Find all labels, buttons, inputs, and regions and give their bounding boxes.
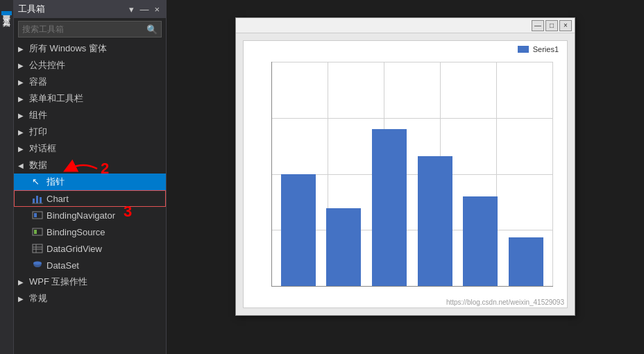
category-label: 所有 Windows 窗体 (29, 42, 107, 55)
item-label: 指针 (46, 176, 65, 188)
category-label: WPF 互操作性 (29, 276, 88, 288)
category-data[interactable]: ◀ 数据 (14, 157, 166, 174)
bar-1 (281, 174, 316, 287)
svg-rect-5 (34, 213, 37, 217)
item-label: BindingSource (46, 227, 105, 237)
bar-4 (418, 156, 452, 287)
item-label: BindingNavigator (46, 210, 115, 221)
toolbox-titlebar: 工具箱 ▾ — × (14, 0, 166, 18)
item-label: DataGridView (46, 244, 102, 254)
category-label: 对话框 (29, 142, 56, 155)
bar-5 (463, 196, 498, 287)
dataset-icon (32, 260, 43, 271)
category-common-controls[interactable]: ▶ 公共控件 (14, 57, 166, 74)
arrow-icon: ▶ (18, 95, 28, 103)
category-label: 常规 (29, 292, 47, 305)
binding-nav-icon (32, 210, 43, 221)
chart-legend: Series1 (244, 41, 567, 55)
watermark: https://blog.csdn.net/weixin_41529093 (446, 298, 564, 306)
category-label: 菜单和工具栏 (29, 92, 83, 105)
chart-area (244, 55, 567, 307)
legend-color-swatch (518, 46, 529, 53)
category-containers[interactable]: ▶ 容器 (14, 74, 166, 90)
category-all-windows[interactable]: ▶ 所有 Windows 窗体 (14, 40, 166, 57)
form-minimize-button[interactable]: — (532, 20, 544, 31)
category-menus[interactable]: ▶ 菜单和工具栏 (14, 90, 166, 107)
item-binding-source[interactable]: BindingSource (14, 224, 166, 240)
search-input[interactable] (22, 24, 146, 34)
toolbox-content: ▶ 所有 Windows 窗体 ▶ 公共控件 ▶ 容器 ▶ 菜单和工具栏 ▶ 组… (14, 40, 166, 354)
toolbox-title: 工具箱 (18, 3, 45, 15)
chart-icon (32, 193, 43, 204)
arrow-icon: ◀ (18, 162, 28, 169)
category-label: 公共控件 (29, 59, 65, 71)
arrow-icon: ▶ (18, 112, 28, 119)
category-dialogs[interactable]: ▶ 对话框 (14, 140, 166, 157)
item-pointer[interactable]: ↖ 指针 (14, 174, 166, 190)
arrow-icon: ▶ (18, 295, 28, 303)
svg-rect-0 (33, 199, 35, 203)
bars-container (271, 62, 553, 287)
arrow-icon: ▶ (18, 145, 28, 153)
item-datagridview[interactable]: DataGridView (14, 240, 166, 257)
svg-rect-1 (36, 196, 38, 203)
arrow-icon: ▶ (18, 128, 28, 136)
pointer-icon: ↖ (32, 176, 43, 187)
category-components[interactable]: ▶ 组件 (14, 107, 166, 124)
search-icon[interactable]: 🔍 (146, 24, 158, 35)
category-wpf[interactable]: ▶ WPF 互操作性 (14, 273, 166, 290)
toolbox-panel: 工具箱 ▾ — × 🔍 ▶ 所有 Windows 窗体 ▶ 公共控件 ▶ 容器 … (14, 0, 167, 354)
bar-2 (326, 208, 361, 287)
svg-rect-7 (34, 230, 37, 234)
minimize-button[interactable]: — (137, 5, 151, 14)
x-axis (271, 286, 553, 287)
svg-rect-2 (40, 197, 42, 203)
pin-button[interactable]: ▾ (127, 5, 136, 14)
arrow-icon: ▶ (18, 78, 28, 86)
category-label: 组件 (29, 109, 47, 121)
form-maximize-button[interactable]: □ (545, 20, 558, 31)
legend-label: Series1 (533, 45, 559, 53)
binding-src-icon (32, 226, 43, 237)
category-label: 容器 (29, 76, 47, 88)
item-label: DataSet (46, 260, 79, 271)
svg-rect-8 (33, 244, 42, 253)
search-box[interactable]: 🔍 (18, 21, 162, 37)
arrow-icon: ▶ (18, 62, 28, 69)
category-general[interactable]: ▶ 常规 (14, 290, 166, 307)
toolbox-tab[interactable]: 工具箱 (1, 11, 12, 15)
bar-3 (372, 129, 407, 287)
category-label: 打印 (29, 126, 47, 138)
item-dataset[interactable]: DataSet (14, 257, 166, 273)
category-label: 数据 (29, 159, 47, 171)
server-explorer-tab[interactable]: 服务器资源管理器 (1, 4, 12, 8)
item-label: Chart (46, 194, 69, 204)
category-print[interactable]: ▶ 打印 (14, 124, 166, 140)
left-tab-strip: 服务器资源管理器 工具箱 (0, 0, 14, 354)
item-binding-navigator[interactable]: BindingNavigator (14, 207, 166, 224)
item-chart[interactable]: Chart (14, 190, 166, 207)
datagrid-icon (32, 243, 43, 254)
close-button[interactable]: × (152, 5, 162, 14)
form-titlebar: — □ × (236, 18, 575, 33)
y-axis (271, 62, 272, 287)
arrow-icon: ▶ (18, 45, 28, 53)
bar-6 (509, 237, 543, 287)
form-body: Series1 (236, 33, 575, 315)
titlebar-buttons: ▾ — × (127, 5, 162, 14)
form-close-button[interactable]: × (559, 20, 572, 31)
form-window: — □ × Series1 (235, 17, 575, 316)
main-content: — □ × Series1 (167, 0, 644, 354)
chart-container: Series1 (243, 40, 568, 308)
arrow-icon: ▶ (18, 278, 28, 286)
